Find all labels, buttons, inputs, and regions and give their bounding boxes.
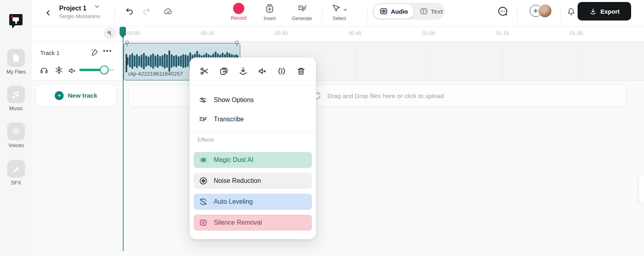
track-header-panel: Track 1 •••	[32, 41, 123, 80]
project-title-row[interactable]: Project 1 Sergio Montanino	[59, 3, 100, 19]
insert-button[interactable]: Insert	[257, 2, 283, 21]
ruler-tick: 01:15	[496, 30, 509, 36]
sidebar-item-sfx[interactable]: SFX	[0, 160, 32, 186]
new-track-button[interactable]: + New track	[36, 85, 116, 106]
sidebar-item-voices[interactable]: Voices	[0, 123, 32, 148]
voice-waveform-icon	[7, 123, 25, 140]
track-name: Track 1	[40, 50, 60, 56]
cut-button[interactable]	[198, 64, 211, 78]
gridline	[355, 41, 355, 80]
split-icon	[277, 66, 287, 76]
podcastle-logo[interactable]	[6, 11, 25, 30]
cloud-sync-status[interactable]	[162, 5, 175, 18]
plus-icon	[533, 8, 539, 14]
export-label: Export	[601, 8, 620, 15]
magic-pen-icon	[90, 47, 99, 57]
silence-removal-icon	[198, 218, 208, 227]
effect-label: Silence Removal	[214, 219, 262, 226]
record-button[interactable]: Record	[226, 2, 252, 21]
sidebar-item-label: My Files	[0, 69, 32, 75]
track-options-button[interactable]: •••	[103, 47, 112, 55]
divider	[114, 6, 115, 21]
headphones-icon	[39, 66, 49, 75]
ruler-tick: 00:30	[275, 30, 288, 36]
select-tool-button[interactable]: Select	[326, 2, 352, 21]
insert-icon	[257, 2, 283, 14]
ruler-tick: 00:00	[127, 30, 140, 36]
bell-icon	[566, 6, 576, 16]
effect-auto-leveling[interactable]: Auto Leveling	[194, 194, 312, 210]
clip-trim-handle-left[interactable]	[125, 41, 129, 44]
undo-button[interactable]	[123, 5, 136, 18]
track-volume-slider[interactable]	[79, 69, 114, 71]
trash-icon	[296, 66, 306, 76]
track-freeze-button[interactable]	[54, 66, 64, 75]
sidebar-item-my-files[interactable]: My Files	[0, 49, 32, 75]
logo-icon	[6, 11, 25, 30]
text-icon	[419, 7, 428, 16]
effect-magic-dust-ai[interactable]: Magic Dust AI	[194, 152, 312, 168]
transcribe-label: Transcribe	[214, 116, 244, 123]
transcribe-icon	[198, 115, 208, 124]
mode-option-audio[interactable]: Audio	[374, 4, 414, 18]
gridline	[576, 41, 577, 80]
chevron-down-icon	[94, 3, 100, 10]
header-toolbar: Project 1 Sergio Montanino Record Insert…	[32, 0, 644, 27]
generate-button[interactable]: Generate	[289, 2, 315, 21]
effect-silence-removal[interactable]: Silence Removal	[194, 215, 312, 231]
project-title: Project 1	[59, 5, 87, 12]
effect-label: Auto Leveling	[214, 198, 253, 205]
ruler-tick: 01:00	[422, 30, 436, 36]
menu-divider	[190, 131, 316, 132]
divider	[367, 6, 367, 21]
download-button[interactable]	[236, 64, 250, 78]
avatar[interactable]	[539, 4, 551, 17]
clip-label: clip-422218611840257	[128, 71, 183, 77]
mode-text-label: Text	[431, 8, 443, 15]
snap-toggle-button[interactable]	[104, 27, 116, 39]
track-solo-button[interactable]	[39, 66, 49, 75]
copy-plus-icon	[219, 66, 229, 76]
gridline	[503, 41, 503, 80]
menu-divider	[190, 85, 316, 85]
chat-button[interactable]	[496, 4, 510, 18]
chevron-down-icon	[343, 7, 348, 12]
mode-toggle: Audio Text	[372, 3, 445, 20]
chat-bubble-icon	[497, 6, 508, 17]
export-button[interactable]: Export	[578, 2, 631, 20]
gridline	[429, 41, 429, 80]
clip-trim-handle-right[interactable]	[235, 41, 239, 44]
quick-actions-bar	[190, 57, 316, 85]
notifications-button[interactable]	[564, 4, 578, 18]
copy-button[interactable]	[217, 64, 231, 78]
show-options-label: Show Options	[214, 96, 254, 104]
track-mute-button[interactable]	[68, 66, 76, 75]
transcribe-menu-item[interactable]: Transcribe	[190, 110, 316, 129]
mute-clip-button[interactable]	[256, 64, 269, 78]
playhead-line	[123, 27, 124, 251]
file-icon	[7, 49, 25, 67]
redo-button[interactable]	[140, 5, 153, 18]
record-icon	[233, 3, 244, 14]
redo-icon	[142, 7, 151, 16]
show-options-menu-item[interactable]: Show Options	[190, 90, 316, 110]
mode-option-text[interactable]: Text	[414, 4, 449, 18]
sidebar-item-label: SFX	[0, 180, 32, 186]
speaker-mute-icon	[258, 66, 267, 76]
delete-button[interactable]	[294, 64, 308, 78]
split-button[interactable]	[275, 64, 289, 78]
back-button[interactable]	[42, 6, 55, 19]
collapsed-panel-tab[interactable]	[639, 175, 644, 203]
download-icon	[589, 8, 597, 15]
app-sidebar: My Files Music Voices SFX	[0, 0, 32, 256]
ruler-tick: 00:15	[201, 30, 214, 36]
clip-gain-handle-left[interactable]	[126, 54, 127, 72]
divider	[322, 6, 322, 21]
effect-noise-reduction[interactable]: Noise Reduction	[194, 173, 312, 189]
generate-icon	[289, 2, 315, 14]
download-icon	[238, 66, 248, 76]
select-cursor-icon	[326, 2, 352, 14]
volume-thumb[interactable]	[100, 66, 109, 74]
track-magic-pen-button[interactable]	[90, 47, 99, 57]
sidebar-item-music[interactable]: Music	[0, 86, 32, 111]
